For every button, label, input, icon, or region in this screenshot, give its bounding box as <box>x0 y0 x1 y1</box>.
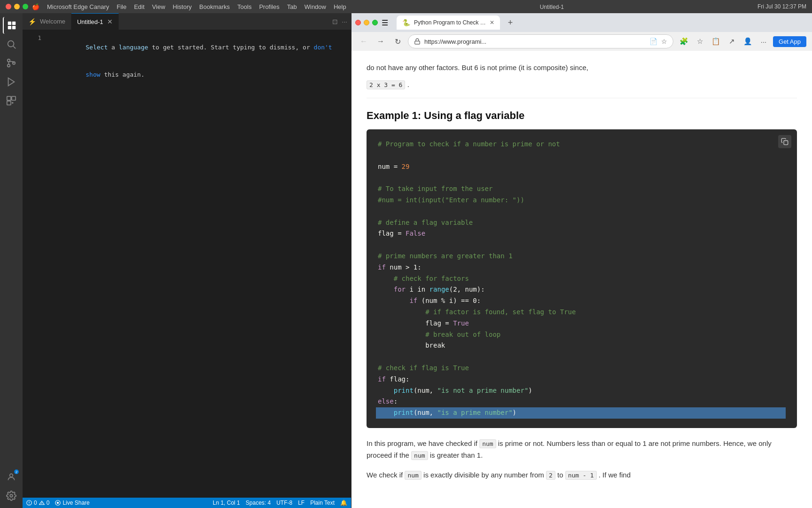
address-bar[interactable]: https://www.programi... 📄 ☆ <box>408 34 673 48</box>
favorites-btn[interactable]: ☆ <box>693 35 706 48</box>
tab-welcome[interactable]: ⚡ Welcome <box>23 13 71 30</box>
menu-file[interactable]: File <box>117 3 126 10</box>
inline-code-formula: 2 x 3 = 6 <box>367 80 405 89</box>
desc2-end: . If we find <box>599 471 631 479</box>
url-text[interactable]: https://www.programi... <box>424 38 646 45</box>
menu-app-name[interactable]: Microsoft Edge Canary <box>47 3 109 10</box>
browser-page-content: do not have any other factors. But 6 is … <box>351 51 812 508</box>
inline-code-line: 2 x 3 = 6 . <box>367 79 797 90</box>
menu-tools[interactable]: Tools <box>237 3 251 10</box>
lock-icon <box>414 38 421 45</box>
browser-chrome: ☰ 🐍 Python Program to Check Prim ✕ + ← →… <box>351 13 812 51</box>
more-btn[interactable]: ··· <box>757 35 770 48</box>
svg-rect-12 <box>7 101 11 105</box>
menu-bookmarks[interactable]: Bookmarks <box>199 3 230 10</box>
code-line-18: print(num, "is not a prime number") <box>378 385 786 397</box>
menu-bar[interactable]: 🍎 Microsoft Edge Canary File Edit View H… <box>32 3 346 10</box>
browser-sidebar-toggle[interactable]: ☰ <box>382 18 393 27</box>
line-content-1: Select a language to get started. Start … <box>49 33 344 61</box>
svg-rect-11 <box>12 96 16 100</box>
browser-close-button[interactable] <box>355 20 361 25</box>
settings-icon[interactable] <box>3 487 20 504</box>
menu-view[interactable]: View <box>152 3 165 10</box>
collections-btn[interactable]: 📋 <box>709 35 722 48</box>
error-count: 0 <box>34 500 37 506</box>
browser-tab-title: Python Program to Check Prim <box>414 19 486 26</box>
browser-tab-active[interactable]: 🐍 Python Program to Check Prim ✕ <box>397 16 500 30</box>
close-button[interactable] <box>6 4 11 9</box>
menu-window[interactable]: Window <box>304 3 326 10</box>
browser-window-controls[interactable] <box>355 20 378 25</box>
svg-rect-20 <box>415 41 420 44</box>
status-line-ending[interactable]: LF <box>298 500 304 506</box>
editor-content[interactable]: 1 Select a language to get started. Star… <box>23 30 351 498</box>
code-line-10: for i in range(2, num): <box>378 284 786 295</box>
browser-title-bar: ☰ 🐍 Python Program to Check Prim ✕ + <box>351 13 812 32</box>
reader-mode-icon[interactable]: 📄 <box>649 38 657 45</box>
maximize-button[interactable] <box>23 4 28 9</box>
status-notifications[interactable]: 🔔 <box>340 500 347 506</box>
welcome-icon: ⚡ <box>28 18 36 25</box>
copy-button[interactable] <box>778 135 791 148</box>
browser-tab-close-button[interactable]: ✕ <box>490 19 494 26</box>
new-tab-button[interactable]: + <box>504 16 517 29</box>
svg-point-14 <box>10 494 13 497</box>
get-app-button[interactable]: Get App <box>773 36 806 47</box>
favorites-icon[interactable]: ☆ <box>661 38 667 45</box>
token-select: Select <box>86 44 108 51</box>
menu-apple[interactable]: 🍎 <box>32 3 39 10</box>
extensions-icon[interactable] <box>3 92 20 109</box>
status-encoding[interactable]: UTF-8 <box>276 500 292 506</box>
menu-edit[interactable]: Edit <box>134 3 144 10</box>
profile-btn[interactable]: 👤 <box>741 35 754 48</box>
source-control-icon[interactable] <box>3 55 20 71</box>
browser-minimize-button[interactable] <box>364 20 369 25</box>
run-debug-icon[interactable] <box>3 73 20 90</box>
svg-point-7 <box>8 64 10 67</box>
status-position[interactable]: Ln 1, Col 1 <box>213 500 240 506</box>
explorer-icon[interactable] <box>3 17 20 34</box>
editor-tab-bar: ⚡ Welcome Untitled-1 ✕ ⊡ ··· <box>23 13 351 30</box>
code-line-blank4 <box>378 239 786 251</box>
token-show: show <box>86 71 100 78</box>
search-icon[interactable] <box>3 36 20 53</box>
mac-title-bar: 🍎 Microsoft Edge Canary File Edit View H… <box>0 0 812 13</box>
menu-tab[interactable]: Tab <box>287 3 297 10</box>
desc1-code2: num <box>411 451 428 460</box>
share-btn[interactable]: ↗ <box>725 35 738 48</box>
reload-button[interactable]: ↻ <box>391 35 404 48</box>
back-button[interactable]: ← <box>357 35 370 48</box>
split-editor-icon[interactable]: ⊡ <box>332 18 338 25</box>
window-controls[interactable] <box>6 4 28 9</box>
remote-icon[interactable]: 2 <box>3 468 20 485</box>
extensions-btn[interactable]: 🧩 <box>677 35 690 48</box>
menu-profiles[interactable]: Profiles <box>259 3 279 10</box>
menu-history[interactable]: History <box>173 3 192 10</box>
browser-maximize-button[interactable] <box>372 20 378 25</box>
browser-actions: 🧩 ☆ 📋 ↗ 👤 ··· Get App <box>677 35 806 48</box>
tab-close-button[interactable]: ✕ <box>107 18 113 25</box>
token-rest-1: a <box>108 44 118 51</box>
menu-help[interactable]: Help <box>334 3 346 10</box>
more-actions-icon[interactable]: ··· <box>342 18 347 25</box>
status-errors[interactable]: 0 0 <box>26 500 49 506</box>
tab-untitled[interactable]: Untitled-1 ✕ <box>71 13 119 30</box>
desc2-after: is exactly divisible by any number from <box>423 471 544 479</box>
status-spaces[interactable]: Spaces: 4 <box>246 500 271 506</box>
code-line-19: else: <box>378 396 786 407</box>
code-block: # Program to check if a number is prime … <box>367 129 797 428</box>
code-line-11: if (num % i) == 0: <box>378 295 786 307</box>
tab-welcome-label: Welcome <box>40 18 65 25</box>
code-line-14: # break out of loop <box>378 329 786 341</box>
code-line-1: # Program to check if a number is prime … <box>378 139 786 150</box>
warning-count: 0 <box>47 500 50 506</box>
description-2: We check if num is exactly divisible by … <box>367 469 797 481</box>
forward-button[interactable]: → <box>374 35 387 48</box>
line-content-1b: show this again. <box>49 61 344 89</box>
status-language[interactable]: Plain Text <box>310 500 335 506</box>
minimize-button[interactable] <box>14 4 20 9</box>
code-line-15: break <box>378 340 786 351</box>
editor-line-1: 1 Select a language to get started. Star… <box>23 33 351 61</box>
svg-rect-1 <box>12 22 16 25</box>
live-share-status[interactable]: Live Share <box>55 500 89 506</box>
